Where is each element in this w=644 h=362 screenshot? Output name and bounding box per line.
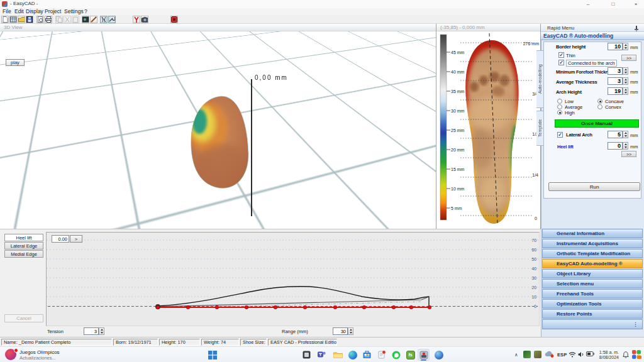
new-file-button[interactable] [1,16,9,23]
tray-app2-icon[interactable] [534,351,541,358]
nav-easycad-auto-modelling[interactable]: EasyCAD Auto-modelling ® [542,259,643,268]
radio-average[interactable] [557,104,562,109]
curve-control-point[interactable] [186,305,190,309]
measure-tool-button[interactable] [133,16,140,23]
border-more-button[interactable]: >> [621,55,636,61]
save-button[interactable] [26,16,33,23]
language-indicator[interactable]: ESP [557,352,567,358]
clock-date[interactable]: 8/08/2024 [597,355,619,359]
widget-title[interactable]: Juegos Olímpicos [19,349,60,355]
teams-icon[interactable] [316,349,328,361]
curve-control-point[interactable] [215,305,219,309]
curve-control-point[interactable] [362,305,366,309]
paste-button[interactable] [72,16,79,23]
radio-concave[interactable] [597,99,602,104]
wifi-icon[interactable] [569,351,576,358]
menu-display[interactable]: Display [24,8,45,15]
tension-value[interactable]: 3 [84,327,99,335]
lateral-arch-checkbox[interactable]: ✓ [557,132,563,138]
curve-control-point[interactable] [245,305,248,309]
paint3d-icon[interactable] [433,349,445,361]
camera-button[interactable] [141,16,148,23]
nav-selection-menu[interactable]: Selection menu [542,279,643,288]
onedrive-icon[interactable] [545,351,554,358]
curve-control-point[interactable] [333,305,337,309]
curve-control-point[interactable] [409,305,413,309]
pin-icon[interactable] [634,26,639,31]
border-height-value[interactable]: 10 [608,43,623,50]
heel-lift-value[interactable]: 0 [608,142,623,150]
radio-convex[interactable] [597,104,602,109]
curve-control-point[interactable] [303,305,307,309]
easycad-taskbar-icon[interactable] [418,349,430,361]
lateral-arch-stepper[interactable] [623,131,628,138]
avg-thickness-stepper[interactable] [623,77,628,85]
print-button[interactable] [45,16,52,23]
curve-control-point[interactable] [392,305,396,309]
run-button[interactable]: Run [548,182,640,191]
maximize-button[interactable]: □ [605,0,621,8]
volume-icon[interactable] [578,351,585,358]
screenshot-app-icon[interactable] [631,349,641,359]
radio-low[interactable] [557,99,562,104]
play-button[interactable]: play [6,59,25,66]
border-height-stepper[interactable] [623,43,628,50]
open-file-button[interactable] [18,16,25,23]
cancel-button[interactable]: Cancel [4,314,43,322]
heel-lift-stepper[interactable] [623,142,628,150]
nav-overflow-strip[interactable]: ⋮ [542,319,643,329]
apply-offset-button[interactable]: > [70,235,82,243]
profile-graph[interactable]: 70 60 50 40 30 20 10 0 [47,233,539,326]
menu-file[interactable]: File [1,8,13,15]
nav-orthotic-template-modification[interactable]: Orthotic Template Modification [542,249,643,258]
radio-high[interactable] [557,110,562,115]
range-value[interactable]: 30 [333,327,348,335]
thin-checkbox[interactable]: ✓ [558,52,564,58]
tray-app1-icon[interactable] [523,351,531,358]
tray-chevron-icon[interactable]: ∧ [514,352,518,358]
nav-general-information[interactable]: General Information [542,229,643,238]
heel-lift-tool-button[interactable]: Heel lift [4,234,43,241]
nav-optimization-tools[interactable]: Optimization Tools [542,299,643,309]
pen-tool-button[interactable] [90,16,97,23]
task-view-icon[interactable] [301,349,313,361]
medial-edge-tool-button[interactable]: Medial Edge [4,250,43,258]
curve-control-point[interactable] [428,305,431,309]
once-manual-button[interactable]: Once Manual [555,119,639,128]
min-forefoot-value[interactable]: 3 [608,67,623,75]
arch-height-stepper[interactable] [623,87,628,95]
tab-template[interactable]: Template [536,111,544,146]
cut-button[interactable] [64,16,71,23]
wrench-tool-button[interactable] [108,16,116,23]
fs-app-icon[interactable]: fs [404,349,416,361]
nav-object-library[interactable]: Object Library [542,269,643,278]
connected-checkbox[interactable]: ✓ [558,60,564,65]
file-explorer-icon[interactable] [332,349,344,361]
whatsapp-icon[interactable] [390,349,402,361]
clock-time[interactable]: 1:58 a. m. [597,350,619,355]
edge-browser-icon[interactable] [347,349,358,361]
minimize-button[interactable]: – [580,0,596,8]
table-view-button[interactable] [9,16,17,23]
tab-auto-modelling[interactable]: Auto-modelling [536,50,544,108]
heel-lift-more-button[interactable]: >> [621,151,636,157]
offset-input[interactable]: 0.00 [52,235,69,243]
menu-project[interactable]: Project [43,8,63,15]
menu-help[interactable]: ? [82,8,89,15]
range-stepper[interactable] [348,327,353,335]
lateral-edge-tool-button[interactable]: Lateral Edge [4,242,43,250]
nav-restore-points[interactable]: Restore Points [542,309,643,319]
tension-stepper[interactable] [99,327,104,335]
nav-instrumental-acquisitions[interactable]: Instrumental Acquisitions [542,239,643,248]
avg-thickness-value[interactable]: 3 [608,77,623,85]
copy-button[interactable] [55,16,63,23]
pliers-tool-button[interactable] [100,16,108,23]
orthotic-3d-model[interactable] [176,90,289,203]
render-view-button[interactable] [82,16,89,23]
print-preview-button[interactable] [36,16,44,23]
store-icon[interactable] [361,349,373,361]
min-forefoot-stepper[interactable] [623,67,628,75]
foot-scan-image[interactable]: 45 mm 40 mm 35 mm 30 mm 25 mm 20 mm 15 m… [436,31,541,229]
battery-icon[interactable] [586,351,594,356]
curve-control-point[interactable] [274,305,277,309]
